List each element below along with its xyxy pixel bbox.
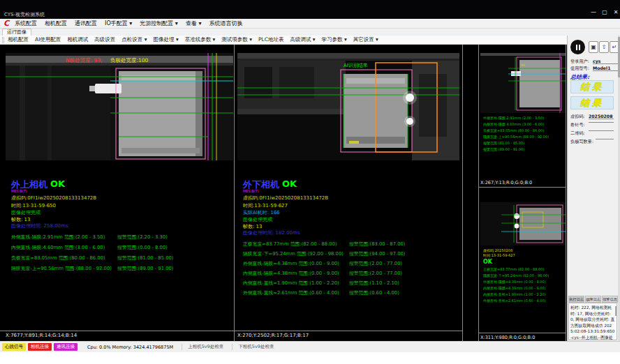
mini-line: 报警范围:(89.00 - 91.00) bbox=[483, 147, 524, 151]
log-text: 耗时: 222, 网络检测耗时: 17, 网络分类耗时: 0, 网络获取分类耗时… bbox=[569, 303, 617, 340]
model-value: Model1 bbox=[593, 66, 618, 71]
menu-camera-config[interactable]: 相机配置 bbox=[45, 20, 67, 27]
alarm-range: 报警范围:(2.00 - 77.00) bbox=[349, 260, 402, 267]
toolbar: 相机配置 AI使用配置 相机调试 高级设置 点检设置 ▾ 图像处理 ▾ 基准线参… bbox=[0, 36, 620, 45]
pause-button[interactable] bbox=[570, 40, 585, 54]
divider bbox=[566, 45, 566, 341]
tool-test-params[interactable]: 测试项参数 ▾ bbox=[221, 36, 252, 43]
result-display-2: 结果 bbox=[570, 96, 614, 109]
tool-advanced-debug[interactable]: 高级调试 ▾ bbox=[290, 36, 315, 43]
left-overlay-yellow-text: 负极处宽度:100 bbox=[110, 57, 149, 63]
alarm-range: 报警范围:(2.00 - 77.00) bbox=[349, 270, 402, 277]
toolbar-grip-icon bbox=[2, 37, 4, 43]
menu-bar: C 系统配置 相机配置 通讯配置 IO手配置 ▾ 光源控制配置 ▾ 查看 ▾ 系… bbox=[0, 19, 620, 29]
mini-line: 内侧直线-隔膜:4.60mm (3.00 - 6.00) bbox=[483, 122, 544, 126]
tool-camera-debug[interactable]: 相机调试 bbox=[67, 36, 88, 43]
middle-pixel-coords: X:270;Y:2502;R:17;G:17;B:17 bbox=[237, 333, 309, 338]
alarm-range: 报警范围:(89.00 - 91.00) bbox=[117, 265, 173, 272]
menu-io-config[interactable]: IO手配置 ▾ bbox=[105, 20, 132, 27]
menu-light-config[interactable]: 光源控制配置 ▾ bbox=[140, 20, 178, 27]
divider bbox=[478, 45, 479, 341]
measurement-row: 内侧直线-隔膜:4.60mm 范围:(3.00 - 6.00) bbox=[11, 244, 105, 251]
tool-baseline-params[interactable]: 基准线参数 ▾ bbox=[185, 36, 216, 43]
mini-top-camera-view[interactable]: 93 bbox=[480, 53, 566, 113]
virtual-code-label: 虚拟码: bbox=[570, 114, 585, 120]
white-connector bbox=[511, 71, 521, 76]
middle-sub-label: MES:B(T) bbox=[243, 189, 259, 193]
log-tab-run[interactable]: 执行日志 bbox=[568, 296, 584, 303]
log-tab-fault[interactable]: 故障日志 bbox=[585, 296, 601, 303]
left-barcode: 虚拟码:0FI1iw2025020813313472B bbox=[11, 195, 96, 202]
virtual-code-value: 20250208 bbox=[589, 114, 614, 119]
left-sub-label: MES:B(T) bbox=[11, 189, 27, 193]
left-camera-view[interactable]: N极处宽度: 93; 负极处宽度:100 bbox=[6, 53, 233, 160]
tool-image-process[interactable]: 图像处理 ▾ bbox=[154, 36, 179, 43]
middle-camera-view[interactable]: AI识别结果 bbox=[237, 53, 459, 160]
login-user-value: cys bbox=[593, 59, 618, 64]
mini-line: 隔膜宽度-下=95.24mm (92.00 - 98.00) bbox=[483, 273, 549, 278]
brand-logo-icon: C bbox=[3, 19, 9, 28]
mini-line: 时间:13-31-59-627 bbox=[483, 253, 515, 257]
tool-other-settings[interactable]: 其它设置 ▾ bbox=[353, 36, 378, 43]
needle-no-value bbox=[589, 122, 614, 123]
tool-ai-config[interactable]: AI使用配置 bbox=[35, 36, 61, 43]
measurement-row: 正极宽度=83.77mm 范围:(82.00 - 88.00) bbox=[243, 241, 337, 248]
maximize-button[interactable]: ▢ bbox=[600, 8, 610, 17]
measurement-row: 隔膜宽度-下=95.24mm 范围:(92.00 - 98.00) bbox=[243, 250, 344, 257]
upper-camera-check-status: 上相机5v9处检查 bbox=[182, 344, 223, 350]
menu-system-config[interactable]: 系统配置 bbox=[15, 20, 37, 27]
tool-advanced-settings[interactable]: 高级设置 bbox=[94, 36, 115, 43]
mini-bottom-pixel-coords: X:311;Y:980;R:0;G:0;B:0 bbox=[480, 335, 535, 340]
measurement-row: 隔膜宽度-上=90.56mm 范围:(88.00 - 92.00) bbox=[11, 265, 112, 272]
left-time: 时间:13-31-59-650 bbox=[11, 202, 56, 209]
glow-spot bbox=[515, 224, 519, 229]
mini-line: 外侧直线-直线=2.61mm (0.60 - 4.00) bbox=[483, 298, 546, 303]
status-bar: 心跳信号 相机连接 通讯连接 Cpu: 0.0% Memory: 3424.41… bbox=[0, 341, 620, 352]
measurement-row: 外侧直线-直线=2.61mm 范围:(0.60 - 4.00) bbox=[243, 289, 339, 296]
close-button[interactable]: ✕ bbox=[611, 8, 620, 17]
mini-line: 内侧直线-隔膜=4.38mm (0.00 - 9.00) bbox=[483, 286, 546, 290]
alarm-range: 报警范围:(2.20 - 3.30) bbox=[117, 234, 168, 241]
cpu-memory-status: Cpu: 0.0% Memory: 3424.41796875M bbox=[87, 344, 173, 350]
middle-process-done: 图像处理完成 bbox=[243, 216, 272, 223]
middle-status-ok: OK bbox=[282, 179, 297, 189]
left-overlay-red-text: N极处宽度: 93; bbox=[66, 57, 103, 63]
menu-comm-config[interactable]: 通讯配置 bbox=[75, 20, 97, 27]
lower-camera-check-status: 下相机5v9处检查 bbox=[232, 344, 274, 350]
alarm-range: 报警范围:(0.60 - 4.00) bbox=[349, 289, 399, 296]
middle-barcode: 虚拟码:0FI1iw2025020813313472B bbox=[243, 195, 328, 202]
menu-language-switch[interactable]: 系统语言切换 bbox=[209, 20, 242, 27]
needle-no-label: 卷针号: bbox=[570, 122, 585, 128]
divider bbox=[479, 187, 566, 188]
middle-ai-time: 实际AI耗时: 166 bbox=[243, 209, 280, 216]
tool-spot-check[interactable]: 点检设置 ▾ bbox=[121, 36, 147, 43]
tool-learn-params[interactable]: 学习参数 ▾ bbox=[322, 36, 347, 43]
mini-bottom-camera-view[interactable] bbox=[480, 202, 566, 245]
model-label: 使用型号: bbox=[570, 66, 589, 72]
glow-spot bbox=[406, 93, 414, 102]
log-scrollbar[interactable] bbox=[615, 306, 617, 316]
window-title: CYS-视觉检测系统 bbox=[4, 11, 45, 18]
title-bar: CYS-视觉检测系统 — ▢ ✕ bbox=[0, 0, 620, 19]
measurement-row: 外侧直线-隔膜:2.91mm 范围:(2.00 - 3.50) bbox=[11, 234, 105, 241]
tab-strip: 运行图像 bbox=[0, 29, 620, 36]
minimize-button[interactable]: — bbox=[589, 8, 598, 17]
tool-camera-config[interactable]: 相机配置 bbox=[8, 36, 29, 43]
upload-button[interactable]: ⇧ bbox=[599, 41, 609, 53]
write-count-label: 负极写数量: bbox=[570, 139, 593, 145]
middle-time: 时间:13-31-59-627 bbox=[243, 202, 288, 209]
menu-view[interactable]: 查看 ▾ bbox=[186, 20, 202, 27]
mini-top-overlay-text: 93 bbox=[521, 63, 525, 67]
log-tab-alarm[interactable]: 报警信息 bbox=[602, 296, 618, 303]
glow-spot bbox=[406, 118, 413, 125]
tool-plc-address[interactable]: PLC地址表 bbox=[258, 36, 283, 43]
measurement-row: 内侧直线-隔膜=4.38mm 范围:(0.00 - 9.00) bbox=[243, 270, 339, 277]
alarm-range: 报警范围:(1.10 - 2.10) bbox=[349, 280, 399, 287]
mini-line: 内侧直线-直线=1.90mm (1.00 - 2.20) bbox=[483, 292, 546, 296]
snapshot-button[interactable]: ▣ bbox=[589, 41, 598, 53]
tab-run-image[interactable]: 运行图像 bbox=[2, 29, 31, 36]
heartbeat-status-badge: 心跳信号 bbox=[2, 343, 26, 351]
comm-connection-badge: 通讯连接 bbox=[54, 343, 78, 351]
result-display-1: 结果 bbox=[570, 80, 614, 93]
left-process-time: 图像处理时间: 258.00ms bbox=[11, 222, 68, 229]
